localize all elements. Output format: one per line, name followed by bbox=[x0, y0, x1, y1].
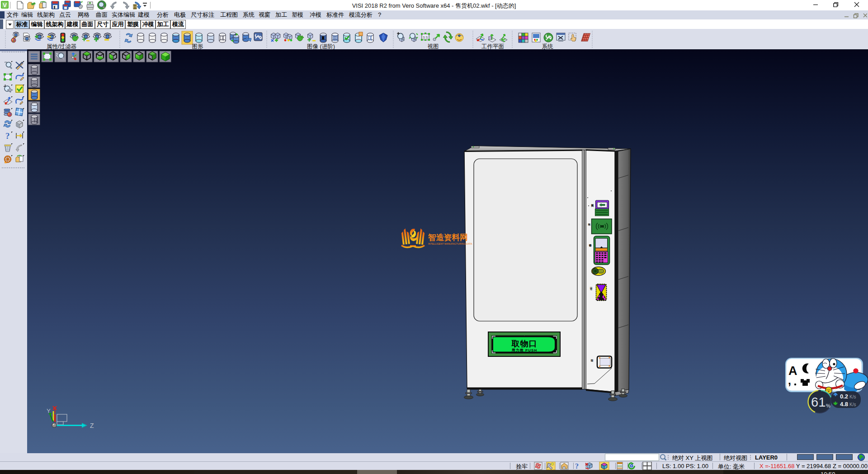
svg-text:,: , bbox=[788, 374, 791, 387]
svg-text:?: ? bbox=[5, 131, 10, 141]
svg-text:Y: Y bbox=[47, 408, 51, 414]
svg-text:61: 61 bbox=[811, 395, 826, 409]
svg-text:视图: 视图 bbox=[428, 43, 439, 49]
svg-text:取物口: 取物口 bbox=[511, 339, 538, 348]
svg-text:INTELLIGENT MANUFACTURING DATA: INTELLIGENT MANUFACTURING DATA bbox=[428, 242, 472, 245]
svg-text:0.2: 0.2 bbox=[840, 393, 848, 400]
svg-text:4.8: 4.8 bbox=[840, 401, 848, 408]
svg-text:K/s: K/s bbox=[849, 394, 856, 399]
svg-text:用力推 PUSH: 用力推 PUSH bbox=[511, 348, 537, 352]
svg-text:K/s: K/s bbox=[849, 402, 856, 407]
svg-text:系统: 系统 bbox=[542, 43, 554, 49]
svg-text:1:1: 1:1 bbox=[423, 35, 428, 39]
svg-text:?: ? bbox=[575, 462, 579, 470]
svg-text:V: V bbox=[3, 2, 7, 9]
svg-text:工作平面: 工作平面 bbox=[481, 43, 504, 49]
svg-text:%: % bbox=[826, 403, 830, 408]
svg-text:图形: 图形 bbox=[192, 43, 204, 49]
svg-text:Z: Z bbox=[90, 422, 94, 429]
svg-text:图像 (进阶): 图像 (进阶) bbox=[307, 43, 335, 49]
svg-text:属性/过滤器: 属性/过滤器 bbox=[47, 43, 76, 49]
svg-text:智造资料网: 智造资料网 bbox=[428, 233, 468, 242]
